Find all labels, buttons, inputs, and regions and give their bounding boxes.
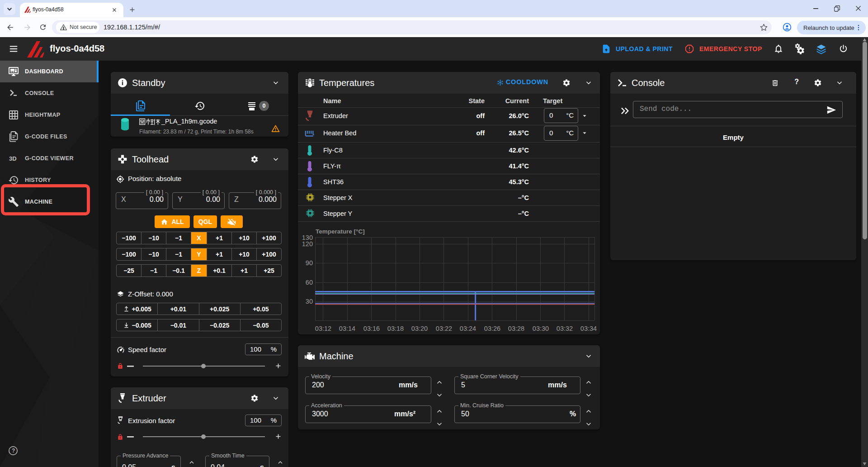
svg-text:90: 90 [306, 259, 313, 267]
svg-text:03:20: 03:20 [411, 325, 428, 332]
svg-text:03:26: 03:26 [484, 325, 500, 332]
svg-text:03:12: 03:12 [315, 325, 331, 332]
svg-text:03:16: 03:16 [363, 325, 380, 332]
svg-text:120: 120 [302, 240, 313, 248]
svg-text:60: 60 [306, 279, 313, 286]
svg-text:03:34: 03:34 [580, 325, 597, 332]
svg-text:30: 30 [306, 298, 313, 305]
svg-text:?: ? [12, 448, 15, 454]
svg-text:03:28: 03:28 [508, 325, 524, 332]
svg-text:03:24: 03:24 [460, 325, 476, 332]
svg-text:03:22: 03:22 [436, 325, 452, 332]
svg-text:03:18: 03:18 [387, 325, 404, 332]
svg-text:03:14: 03:14 [339, 325, 355, 332]
svg-text:03:32: 03:32 [557, 325, 573, 332]
svg-text:03:30: 03:30 [533, 325, 549, 332]
svg-text:Temperature [°C]: Temperature [°C] [316, 228, 365, 235]
svg-text:3D: 3D [9, 155, 17, 162]
